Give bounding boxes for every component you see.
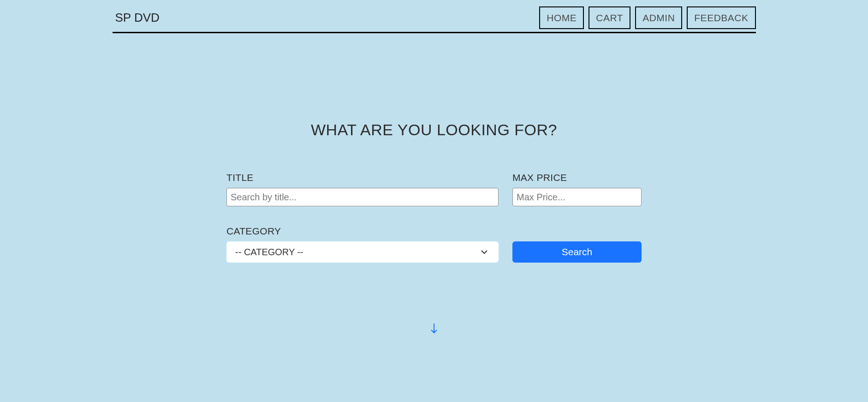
scroll-down-indicator[interactable]	[113, 323, 756, 336]
arrow-down-icon	[429, 323, 439, 336]
maxprice-input[interactable]	[512, 188, 642, 206]
nav-admin-button[interactable]: ADMIN	[635, 6, 682, 29]
main-nav: HOME CART ADMIN FEEDBACK	[539, 6, 755, 29]
maxprice-field-group: MAX PRICE	[512, 172, 642, 206]
hero-section: WHAT ARE YOU LOOKING FOR? TITLE MAX PRIC…	[113, 121, 756, 336]
nav-home-button[interactable]: HOME	[539, 6, 584, 29]
title-input[interactable]	[226, 188, 499, 206]
title-label: TITLE	[226, 172, 499, 183]
nav-cart-button[interactable]: CART	[589, 6, 630, 29]
category-label: CATEGORY	[226, 226, 499, 237]
category-select[interactable]: -- CATEGORY --	[226, 241, 499, 263]
brand-title: SP DVD	[113, 11, 160, 25]
search-button[interactable]: Search	[512, 241, 642, 263]
maxprice-label: MAX PRICE	[512, 172, 642, 183]
nav-feedback-button[interactable]: FEEDBACK	[687, 6, 755, 29]
category-selected-value: -- CATEGORY --	[235, 247, 303, 258]
title-field-group: TITLE	[226, 172, 499, 206]
hero-heading: WHAT ARE YOU LOOKING FOR?	[113, 121, 756, 139]
search-button-column: Search	[512, 226, 642, 263]
chevron-down-icon	[481, 248, 488, 256]
search-form: TITLE MAX PRICE CATEGORY -- CATEGORY -- …	[226, 172, 642, 263]
header: SP DVD HOME CART ADMIN FEEDBACK	[113, 0, 756, 33]
category-field-group: CATEGORY -- CATEGORY --	[226, 226, 499, 263]
